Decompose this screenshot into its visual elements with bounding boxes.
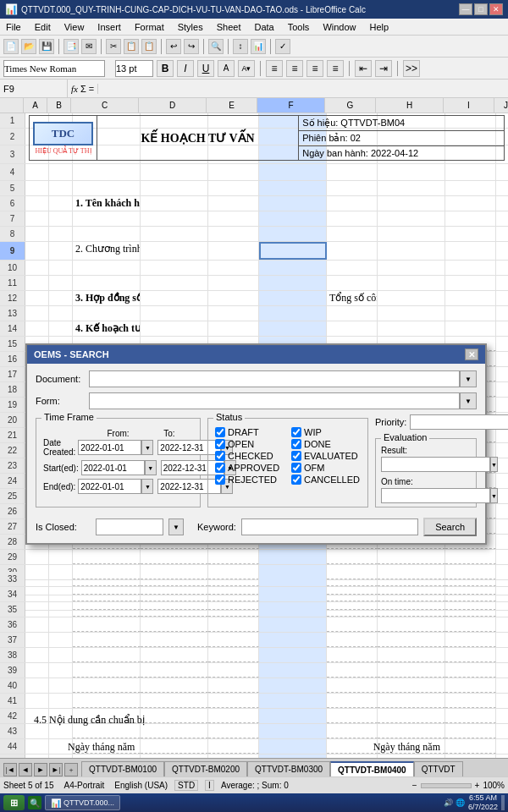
zoom-out-button[interactable]: − [412,781,417,790]
cb-open[interactable] [215,439,225,449]
align-left-button[interactable]: ≡ [266,60,283,77]
form-dropdown-button[interactable]: ▼ [460,392,477,409]
sheet-tab-bm0200[interactable]: QTTVDT-BM0200 [164,761,247,776]
col-header-d[interactable]: D [139,98,207,112]
ontime-dropdown-button[interactable]: ▼ [490,488,498,503]
sheet-tab-bm0100[interactable]: QTTVDT-BM0100 [81,761,164,776]
col-header-h[interactable]: H [376,98,444,112]
underline-button[interactable]: U [197,60,214,77]
sort-icon[interactable]: ↕ [233,39,248,54]
new-icon[interactable]: 📄 [3,39,19,54]
result-input[interactable] [381,457,490,472]
menu-window[interactable]: Window [320,21,358,33]
align-right-button[interactable]: ≡ [306,60,323,77]
font-size-input[interactable]: 13 pt [115,60,153,77]
pdf-icon[interactable]: 📑 [64,39,79,54]
col-header-c[interactable]: C [71,98,139,112]
sheet-tab-bm0300[interactable]: QTTVDT-BM0300 [247,761,330,776]
zoom-in-button[interactable]: + [475,781,480,790]
cb-rejected[interactable] [215,475,225,485]
started-from-input[interactable] [81,460,145,475]
col-header-a[interactable]: A [24,98,47,112]
ended-from-input[interactable] [78,479,141,494]
sheet-prev-button[interactable]: ◄ [19,763,32,776]
search-button[interactable]: Search [423,518,477,536]
sheet-next-button[interactable]: ► [34,763,47,776]
dialog-close-button[interactable]: ✕ [465,348,478,360]
sheet-last-button[interactable]: ►| [49,763,63,776]
taskbar-app-calc[interactable]: 📊 QTTVDT.000... [45,795,120,810]
email-icon[interactable]: ✉ [81,39,97,54]
col-header-j[interactable]: J [494,98,508,112]
form-input[interactable] [89,392,460,409]
cb-draft[interactable] [215,427,225,437]
open-icon[interactable]: 📂 [21,39,36,54]
document-input[interactable] [89,370,460,387]
taskbar-search-icon[interactable]: 🔍 [28,796,41,809]
sheet-add-button[interactable]: + [64,763,78,776]
bold-button[interactable]: B [157,60,174,77]
highlight-button[interactable]: A▾ [238,60,255,77]
document-dropdown-button[interactable]: ▼ [460,370,477,387]
cb-wip[interactable] [291,427,301,437]
menu-insert[interactable]: Insert [95,21,124,33]
menu-data[interactable]: Data [251,21,276,33]
col-header-e[interactable]: E [207,98,257,112]
zoom-slider[interactable] [421,783,472,788]
col-header-f[interactable]: F [257,98,325,112]
menu-view[interactable]: View [62,21,87,33]
ontime-input[interactable] [381,488,490,503]
std-mode[interactable]: STD [174,780,198,791]
col-header-g[interactable]: G [325,98,376,112]
cb-cancelled[interactable] [291,475,301,485]
minimize-button[interactable]: — [459,3,472,15]
start-button[interactable]: ⊞ [3,795,25,810]
priority-input[interactable] [410,414,508,430]
menu-styles[interactable]: Styles [175,21,206,33]
sheet-first-button[interactable]: |◄ [3,763,17,776]
cb-done[interactable] [291,439,301,449]
save-icon[interactable]: 💾 [39,39,54,54]
italic-button[interactable]: I [177,60,194,77]
cut-icon[interactable]: ✂ [106,39,121,54]
dialog-title-bar[interactable]: OEMS - SEARCH ✕ [27,345,485,364]
is-closed-dropdown-button[interactable]: ▼ [168,518,184,535]
font-color-button[interactable]: A [218,60,235,77]
menu-help[interactable]: Help [367,21,392,33]
cb-ofm[interactable] [291,463,301,473]
chart-icon[interactable]: 📊 [251,39,266,54]
maximize-button[interactable]: □ [474,3,488,15]
sheet-tab-bm0400[interactable]: QTTVDT-BM0400 [330,761,414,776]
close-button[interactable]: ✕ [489,3,503,15]
is-closed-input[interactable] [96,518,163,535]
more-button[interactable]: >> [403,60,420,77]
font-family-input[interactable]: Times New Roman [3,60,105,77]
cell-reference[interactable]: F9 [0,80,68,97]
ended-from-dropdown[interactable]: ▼ [141,479,153,494]
cb-approved[interactable] [215,463,225,473]
menu-edit[interactable]: Edit [32,21,53,33]
col-header-i[interactable]: I [444,98,494,112]
redo-icon[interactable]: ↪ [184,39,199,54]
col-header-b[interactable]: B [47,98,71,112]
menu-format[interactable]: Format [132,21,167,33]
date-created-from-input[interactable] [78,440,141,455]
keyword-input[interactable] [241,518,418,535]
result-dropdown-button[interactable]: ▼ [490,457,498,472]
indent-left-button[interactable]: ⇤ [355,60,372,77]
copy-icon[interactable]: 📋 [124,39,139,54]
date-created-from-dropdown[interactable]: ▼ [141,440,153,455]
title-bar-controls[interactable]: — □ ✕ [459,3,503,15]
align-justify-button[interactable]: ≡ [327,60,344,77]
spell-icon[interactable]: ✓ [275,39,290,54]
show-desktop-button[interactable] [501,795,505,810]
sheet-tab-qttvdt[interactable]: QTTVDT [414,761,463,776]
menu-tools[interactable]: Tools [285,21,312,33]
menu-sheet[interactable]: Sheet [214,21,244,33]
undo-icon[interactable]: ↩ [166,39,181,54]
cb-evaluated[interactable] [291,451,301,461]
align-center-button[interactable]: ≡ [286,60,303,77]
insert-mode[interactable]: I [205,780,214,791]
indent-right-button[interactable]: ⇥ [375,60,392,77]
started-from-dropdown[interactable]: ▼ [145,460,157,475]
